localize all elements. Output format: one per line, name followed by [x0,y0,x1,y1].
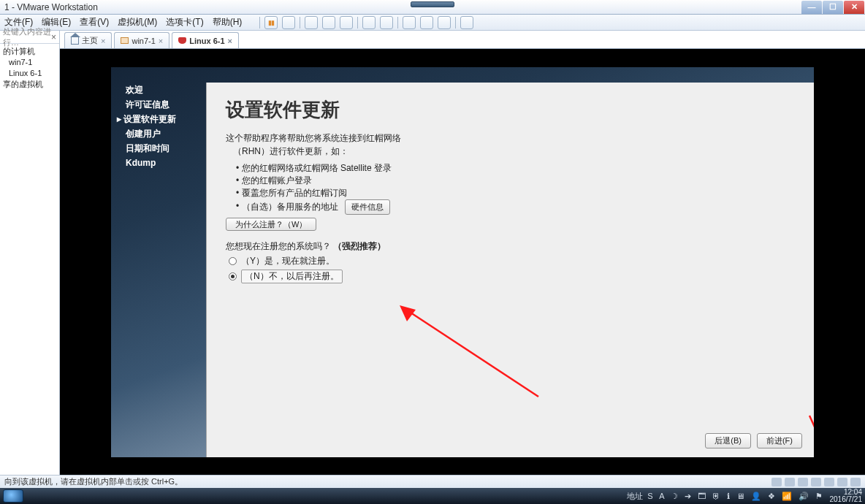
back-button[interactable]: 后退(B) [705,433,751,448]
toolbar-btn-6[interactable] [380,16,393,29]
window-minimize-button[interactable]: — [801,1,822,14]
radio-yes[interactable] [229,257,237,265]
wizard-steps: 欢迎 许可证信息 设置软件更新 创建用户 日期和时间 Kdump [111,83,206,457]
redhat-icon [178,37,186,44]
step-user: 创建用户 [126,126,206,141]
toolbar-btn-3[interactable] [322,16,335,29]
address-label: 地址 [627,491,643,502]
tree-shared[interactable]: 享的虚拟机 [3,79,56,90]
forward-button[interactable]: 前进(F) [757,433,802,448]
vm-viewport[interactable]: 欢迎 许可证信息 设置软件更新 创建用户 日期和时间 Kdump 设置软件更新 … [60,49,865,475]
intro-text: 这个帮助程序将帮助您将系统连接到红帽网络 （RHN）进行软件更新，如： [226,131,795,158]
toolbar-btn-9[interactable] [438,16,451,29]
home-icon [71,37,79,45]
menu-tabs[interactable]: 选项卡(T) [166,16,203,28]
sidebar-close-icon[interactable]: × [51,32,56,42]
toolbar-btn-5[interactable] [362,16,376,29]
tree-vm-win7[interactable]: win7-1 [3,57,56,68]
bullet-list: 您的红帽网络或红帽网络 Satellite 登录 您的红帽账户登录 覆盖您所有产… [236,162,795,215]
tab-home[interactable]: 主页 × [64,32,112,48]
wizard-main: 设置软件更新 这个帮助程序将帮助您将系统连接到红帽网络 （RHN）进行软件更新，… [206,83,814,457]
toolbar-btn-8[interactable] [420,16,433,29]
step-license: 许可证信息 [126,97,206,112]
title-grip [411,1,454,7]
guest-screen[interactable]: 欢迎 许可证信息 设置软件更新 创建用户 日期和时间 Kdump 设置软件更新 … [111,67,814,457]
window-titlebar: 1 - VMware Workstation — ☐ ✕ [0,0,865,15]
radio-no-row[interactable]: （N）不，以后再注册。 [229,270,795,283]
host-status-bar: 向到该虚拟机，请在虚拟机内部单击或按 Ctrl+G。 [0,475,865,488]
start-button[interactable] [3,489,23,503]
menu-vm[interactable]: 虚拟机(M) [118,16,157,28]
why-register-button[interactable]: 为什么注册？（W） [226,218,316,231]
close-icon[interactable]: × [101,37,105,45]
hwinfo-button[interactable]: 硬件信息 [345,199,390,215]
window-maximize-button[interactable]: ☐ [823,1,843,14]
close-icon[interactable]: × [159,37,163,45]
window-close-button[interactable]: ✕ [844,1,864,14]
vm-icon [121,37,129,44]
step-date: 日期和时间 [126,141,206,156]
toolbar-btn-4[interactable] [340,16,353,29]
tree-vm-linux[interactable]: Linux 6-1 [3,68,56,79]
toolbar-btn-2[interactable] [305,16,318,29]
library-sidebar: 处键入内容进行… × 的计算机 win7-1 Linux 6-1 享的虚拟机 [0,31,60,475]
toolbar [259,16,473,29]
tab-win7[interactable]: win7-1 × [114,32,169,48]
status-device-icons [771,478,861,486]
register-question: 您想现在注册您的系统吗？ （强烈推荐） [226,240,795,253]
windows-taskbar: 地址 S A ☽ ➔ 🗔 ⛨ ℹ 🖥 👤 ❖ 📶 🔊 ⚑ 12:042016/7… [0,488,865,504]
toolbar-btn-10[interactable] [460,16,473,29]
window-title: 1 - VMware Workstation [0,2,801,12]
document-tabs: 主页 × win7-1 × Linux 6-1 × [60,31,865,49]
tray-icons[interactable]: S A ☽ ➔ 🗔 ⛨ ℹ 🖥 👤 ❖ 📶 🔊 ⚑ [647,492,825,501]
menu-help[interactable]: 帮助(H) [213,16,243,28]
step-updates: 设置软件更新 [126,112,206,126]
radio-yes-row[interactable]: （Y）是，现在就注册。 [229,255,795,267]
tab-linux[interactable]: Linux 6-1 × [172,32,239,48]
menubar: 文件(F) 编辑(E) 查看(V) 虚拟机(M) 选项卡(T) 帮助(H) [0,15,865,31]
tree-root[interactable]: 的计算机 [3,46,56,57]
toolbar-btn-1[interactable] [282,16,295,29]
close-icon[interactable]: × [228,37,232,45]
status-text: 向到该虚拟机，请在虚拟机内部单击或按 Ctrl+G。 [4,476,183,487]
radio-no[interactable] [229,272,237,280]
menu-view[interactable]: 查看(V) [80,16,109,28]
step-kdump: Kdump [126,156,206,170]
system-clock[interactable]: 12:042016/7/21 [830,489,863,503]
pause-button[interactable] [264,16,278,29]
page-title: 设置软件更新 [226,97,795,123]
toolbar-btn-7[interactable] [403,16,416,29]
step-welcome: 欢迎 [126,83,206,97]
